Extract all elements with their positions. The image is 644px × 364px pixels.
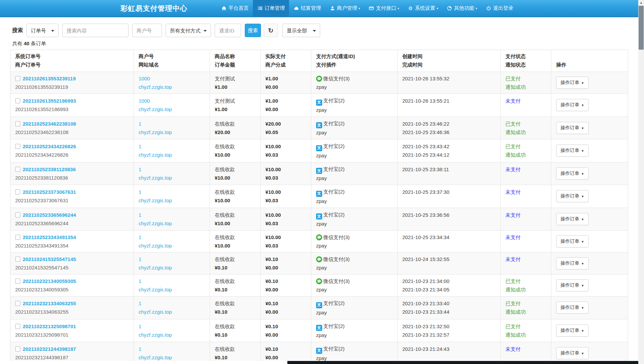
order-action-button[interactable]: 操作订单▼ — [556, 190, 589, 202]
display-filter-select[interactable]: 显示全部 — [282, 24, 320, 37]
system-order-link[interactable]: 2021102321244398187 — [23, 346, 76, 352]
site-domain-link[interactable]: chyzf.zzgis.top — [139, 287, 172, 292]
order-action-button[interactable]: 操作订单▼ — [556, 213, 589, 225]
site-domain-link[interactable]: chyzf.zzgis.top — [139, 220, 172, 226]
vertical-scrollbar[interactable]: ▲ — [638, 0, 644, 364]
system-order-link[interactable]: 2021102321325098701 — [23, 323, 76, 329]
merchant-id-link[interactable]: 1 — [139, 189, 141, 195]
order-action-button[interactable]: 操作订单▼ — [556, 235, 589, 248]
row-checkbox[interactable] — [15, 121, 20, 126]
merchant-id-link[interactable]: 1 — [139, 278, 141, 284]
system-order-link[interactable]: 2021102523462238108 — [23, 121, 76, 127]
merchant-id-link[interactable]: 1 — [139, 212, 141, 218]
pay-type-select[interactable]: 所有支付方式 — [166, 24, 211, 37]
row-checkbox[interactable] — [15, 324, 20, 329]
order-action-button[interactable]: 操作订单▼ — [556, 167, 589, 180]
row-checkbox[interactable] — [15, 235, 20, 240]
wechat-icon — [316, 76, 322, 82]
site-domain-link[interactable]: chyzf.zzgis.top — [139, 175, 172, 181]
nav-item-商户管理[interactable]: 商户管理 ▾ — [325, 0, 364, 17]
search-button[interactable]: 搜索 — [245, 24, 261, 37]
row-checkbox[interactable] — [15, 76, 20, 81]
row-checkbox[interactable] — [15, 346, 20, 352]
merchant-id-input[interactable] — [132, 24, 162, 37]
merchant-id-link[interactable]: 1 — [139, 256, 141, 262]
merchant-id-link[interactable]: 1 — [139, 166, 141, 172]
system-order-link[interactable]: 2021102415325547145 — [23, 256, 76, 262]
scroll-up-arrow-icon[interactable]: ▲ — [638, 0, 644, 6]
system-order-link[interactable]: 2021102321334063255 — [23, 301, 76, 306]
system-order-link[interactable]: 2021102613552186993 — [23, 98, 76, 104]
merchant-id-link[interactable]: 1000 — [139, 98, 150, 104]
nav-item-结算管理[interactable]: 结算管理 ▾ — [289, 0, 325, 17]
chevron-down-icon: ▼ — [581, 306, 584, 310]
vertical-scrollbar-thumb[interactable] — [639, 6, 644, 50]
merchant-id-link[interactable]: 1 — [139, 346, 141, 352]
site-domain-link[interactable]: chyzf.zzgis.top — [139, 355, 172, 360]
nav-item-订单管理[interactable]: 订单管理 ▾ — [253, 0, 289, 17]
site-domain-link[interactable]: chyzf.zzgis.top — [139, 243, 172, 249]
order-action-button[interactable]: 操作订单▼ — [556, 77, 589, 89]
nav-item-平台首页[interactable]: 平台首页 ▾ — [217, 0, 253, 17]
order-action-button[interactable]: 操作订单▼ — [556, 279, 589, 291]
site-domain-link[interactable]: chyzf.zzgis.top — [139, 129, 172, 135]
merchant-id-link[interactable]: 1 — [139, 121, 141, 127]
order-action-button[interactable]: 操作订单▼ — [556, 122, 589, 134]
merchant-id-link[interactable]: 1 — [139, 301, 141, 306]
row-checkbox[interactable] — [15, 189, 20, 194]
nav-item-系统设置[interactable]: ⚙ 系统设置 ▾ — [403, 0, 443, 17]
row-checkbox[interactable] — [15, 98, 20, 103]
channel-id-input[interactable] — [215, 24, 241, 37]
merchant-id-link[interactable]: 1 — [139, 144, 141, 149]
horizontal-scrollbar[interactable] — [0, 361, 644, 364]
site-domain-link[interactable]: chyzf.zzgis.top — [139, 106, 172, 112]
row-checkbox[interactable] — [15, 167, 20, 172]
created-time: 2021-10-26 13:55:32 — [402, 74, 496, 83]
cloud-icon — [293, 6, 299, 11]
paid-amount: ¥10.00 — [265, 142, 306, 151]
alipay-icon: 支 — [316, 122, 322, 128]
created-time: 2021-10-26 13:55:21 — [402, 97, 496, 105]
row-checkbox[interactable] — [15, 257, 20, 262]
order-action-button[interactable]: 操作订单▼ — [556, 257, 589, 269]
refresh-button[interactable]: ↻ — [264, 24, 278, 37]
order-action-button[interactable]: 操作订单▼ — [556, 347, 589, 359]
merchant-id-link[interactable]: 1 — [139, 234, 141, 240]
order-action-button[interactable]: 操作订单▼ — [556, 99, 589, 111]
row-checkbox[interactable] — [15, 212, 20, 217]
row-checkbox[interactable] — [15, 279, 20, 284]
system-order-link[interactable]: 2021102523365696244 — [23, 212, 76, 218]
nav-item-其他功能[interactable]: 其他功能 ▾ — [443, 0, 482, 17]
nav-item-退出登录[interactable]: 退出登录 ▾ — [482, 0, 518, 17]
notify-status — [505, 174, 546, 182]
site-domain-link[interactable]: chyzf.zzgis.top — [139, 332, 172, 338]
column-header: 创建时间 完成时间 — [398, 50, 501, 72]
paid-amount: ¥1.00 — [265, 97, 306, 105]
column-header: 支付方式(通道ID) 支付插件 — [311, 50, 398, 72]
order-action-button[interactable]: 操作订单▼ — [556, 302, 589, 314]
order-action-button[interactable]: 操作订单▼ — [556, 324, 589, 337]
system-order-link[interactable]: 2021102523343491354 — [23, 234, 76, 240]
alipay-icon: 支 — [316, 100, 322, 106]
merchant-order-no: 2021102523343491354 — [15, 241, 129, 250]
site-domain-link[interactable]: chyzf.zzgis.top — [139, 84, 172, 90]
site-domain-link[interactable]: chyzf.zzgis.top — [139, 265, 172, 270]
order-action-button[interactable]: 操作订单▼ — [556, 145, 589, 157]
site-domain-link[interactable]: chyzf.zzgis.top — [139, 152, 172, 158]
row-checkbox[interactable] — [15, 144, 20, 149]
search-content-input[interactable] — [62, 24, 128, 37]
site-domain-link[interactable]: chyzf.zzgis.top — [139, 309, 172, 315]
system-order-link[interactable]: 2021102523373067631 — [23, 189, 76, 195]
horizontal-scrollbar-thumb[interactable] — [287, 361, 644, 364]
system-order-link[interactable]: 2021102523434226826 — [23, 144, 76, 149]
merchant-id-link[interactable]: 1 — [139, 323, 141, 329]
system-order-link[interactable]: 2021102613553239119 — [23, 76, 76, 81]
nav-item-支付接口[interactable]: 支付接口 ▾ — [364, 0, 404, 17]
system-order-link[interactable]: 2021102321340059305 — [23, 278, 76, 284]
system-order-link[interactable]: 2021102523381120836 — [23, 166, 76, 172]
merchant-id-link[interactable]: 1000 — [139, 76, 150, 81]
site-domain-link[interactable]: chyzf.zzgis.top — [139, 198, 172, 203]
chevron-down-icon: ▼ — [581, 195, 584, 198]
search-type-select[interactable]: 订单号 — [26, 24, 58, 37]
row-checkbox[interactable] — [15, 301, 20, 306]
